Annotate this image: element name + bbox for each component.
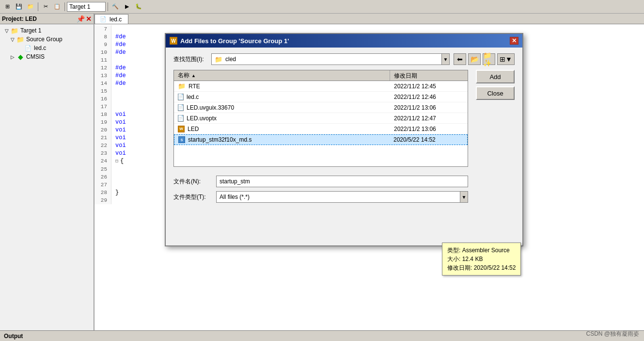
filetype-dropdown-arrow[interactable]: ▼ <box>460 192 468 202</box>
file-date-uvguix: 2022/11/2 13:06 <box>390 103 468 112</box>
nav-back-button[interactable]: ⬅ <box>454 53 466 65</box>
tooltip-type: 类型: Assembler Source <box>447 246 516 255</box>
expand-cmsis: ▷ <box>10 54 16 60</box>
file-name-uvguix: 📄 LED.uvguix.33670 <box>174 103 390 112</box>
file-label-uvguix: LED.uvguix.33670 <box>187 104 234 111</box>
tooltip-date-value: 2020/5/22 14:52 <box>474 264 516 271</box>
tree-item-target1[interactable]: ▽ 📁 Target 1 <box>0 26 94 35</box>
toolbar-btn-debug[interactable]: 🐛 <box>133 1 144 12</box>
file-label-led-keil: LED <box>188 126 199 132</box>
tree-item-led-c[interactable]: ▷ 📄 led.c <box>0 44 94 52</box>
expand-icon: ▽ <box>4 28 10 33</box>
combo-folder-icon: 📁 <box>215 56 222 63</box>
file-icon-led: 📄 <box>24 45 32 51</box>
file-section: 名称 ▲ 修改日期 📁 R <box>173 70 515 172</box>
filetype-value: All files (*.*) <box>220 194 458 200</box>
location-combo[interactable]: 📁 cled ▼ <box>211 53 450 65</box>
keil-title-icon: W <box>170 37 177 45</box>
sort-arrow: ▲ <box>191 73 196 78</box>
expand-icon-sg: ▽ <box>10 36 16 42</box>
target-label: Target 1 <box>69 3 90 10</box>
filetype-combo[interactable]: All files (*.*) ▼ <box>216 191 468 203</box>
file-name-startup: S startup_stm32f10x_md.s <box>174 135 390 144</box>
file-row-startup[interactable]: S startup_stm32f10x_md.s 2020/5/22 14:52 <box>174 134 468 145</box>
location-label: 查找范围(I): <box>173 55 207 64</box>
toolbar-btn-3[interactable]: 📁 <box>25 1 36 12</box>
file-row-uvguix[interactable]: 📄 LED.uvguix.33670 2022/11/2 13:06 <box>174 102 468 113</box>
file-date-led-c: 2022/11/2 12:46 <box>390 93 468 101</box>
file-list[interactable]: 名称 ▲ 修改日期 📁 R <box>173 70 468 167</box>
tooltip-type-label: 类型: <box>447 247 460 254</box>
asm-icon-startup: S <box>178 136 185 143</box>
dialog-body: 查找范围(I): 📁 cled ▼ ⬅ 📂 📁✨ ⊞▼ <box>166 48 522 212</box>
file-label-startup: startup_stm32f10x_md.s <box>188 136 251 143</box>
output-label: Output <box>4 333 23 340</box>
nav-view-button[interactable]: ⊞▼ <box>497 53 515 65</box>
tree-label-target1: Target 1 <box>20 27 41 34</box>
panel-header: Project: LED 📌 ✕ <box>0 14 94 24</box>
col-name-header: 名称 ▲ <box>174 70 390 81</box>
file-list-header: 名称 ▲ 修改日期 <box>174 70 468 81</box>
ide-window: ⊞ 💾 📁 ✂ 📋 Target 1 🔨 ▶ 🐛 Project: LED 📌 … <box>0 0 644 341</box>
toolbar-btn-run[interactable]: ▶ <box>122 1 132 12</box>
file-row-uvoptx[interactable]: 📄 LED.uvoptx 2022/11/2 12:47 <box>174 113 468 124</box>
file-row-rte[interactable]: 📁 RTE 2022/11/2 12:45 <box>174 81 468 92</box>
file-tooltip: 类型: Assembler Source 大小: 12.4 KB 修改日期: 2… <box>442 243 521 276</box>
nav-new-folder-button[interactable]: 📁✨ <box>483 53 495 65</box>
file-date-startup: 2020/5/22 14:52 <box>390 135 467 144</box>
folder-icon-rte: 📁 <box>178 82 186 90</box>
tooltip-type-value: Assembler Source <box>462 247 510 254</box>
filename-row: 文件名(N): <box>173 176 515 187</box>
toolbar-btn-5[interactable]: 📋 <box>52 1 63 12</box>
toolbar-btn-1[interactable]: ⊞ <box>2 1 13 12</box>
tooltip-size: 大小: 12.4 KB <box>447 255 516 263</box>
filetype-row: 文件类型(T): All files (*.*) ▼ <box>173 191 515 203</box>
code-line: 7 <box>94 25 644 33</box>
tab-bar: 📄 led.c <box>94 14 644 24</box>
file-row-led-c[interactable]: 📄 led.c 2022/11/2 12:46 <box>174 92 468 102</box>
tab-file-icon: 📄 <box>100 16 107 23</box>
file-label-led-c: led.c <box>187 94 199 100</box>
col-date-header: 修改日期 <box>390 70 468 81</box>
combo-dropdown-arrow[interactable]: ▼ <box>441 54 449 65</box>
folder-icon-sg: 📁 <box>16 36 24 43</box>
tree-label-cmsis: CMSIS <box>26 53 45 60</box>
tree-label-source-group: Source Group <box>26 36 63 43</box>
file-row-led-keil[interactable]: W LED 2022/11/2 13:06 <box>174 124 468 134</box>
file-label-uvoptx: LED.uvoptx <box>187 115 217 122</box>
bottom-bar: Output <box>0 330 644 341</box>
col-date-label: 修改日期 <box>394 72 417 79</box>
tab-led-c[interactable]: 📄 led.c <box>94 14 128 24</box>
dialog-title-content: W Add Files to Group 'Source Group 1' <box>170 37 289 45</box>
file-label-rte: RTE <box>188 83 200 90</box>
toolbar-btn-4[interactable]: ✂ <box>40 1 51 12</box>
close-panel-button[interactable]: ✕ <box>86 15 92 23</box>
col-name-label: 名称 <box>178 71 189 80</box>
file-date-uvoptx: 2022/11/2 12:47 <box>390 114 468 123</box>
watermark: CSDN @独有凝雨姿 <box>586 330 639 338</box>
toolbar-btn-2[interactable]: 💾 <box>14 1 24 12</box>
file-icon-uvguix: 📄 <box>178 104 184 111</box>
folder-icon: 📁 <box>11 27 18 34</box>
toolbar: ⊞ 💾 📁 ✂ 📋 Target 1 🔨 ▶ 🐛 <box>0 0 644 14</box>
file-date-rte: 2022/11/2 12:45 <box>390 82 468 91</box>
add-button[interactable]: Add <box>476 70 515 83</box>
dialog-close-button[interactable]: ✕ <box>510 37 518 45</box>
filename-input[interactable] <box>216 176 468 187</box>
file-list-container: 名称 ▲ 修改日期 📁 R <box>173 70 468 172</box>
tooltip-size-label: 大小: <box>447 256 460 262</box>
pin-button[interactable]: 📌 <box>77 15 85 23</box>
tree-item-cmsis[interactable]: ▷ ◆ CMSIS <box>0 52 94 61</box>
target-selector[interactable]: Target 1 <box>67 2 106 12</box>
file-name-rte: 📁 RTE <box>174 81 390 91</box>
file-name-led-c: 📄 led.c <box>174 93 390 101</box>
tree-label-led-c: led.c <box>34 45 46 51</box>
action-buttons: Add Close <box>476 70 515 172</box>
close-button[interactable]: Close <box>476 86 515 100</box>
file-name-led-keil: W LED <box>174 125 390 133</box>
tree-item-source-group[interactable]: ▽ 📁 Source Group <box>0 35 94 44</box>
panel-pins: 📌 ✕ <box>77 15 92 23</box>
nav-folder-button[interactable]: 📂 <box>468 53 481 65</box>
file-icon-led-c: 📄 <box>178 94 184 100</box>
toolbar-btn-build[interactable]: 🔨 <box>110 1 121 12</box>
